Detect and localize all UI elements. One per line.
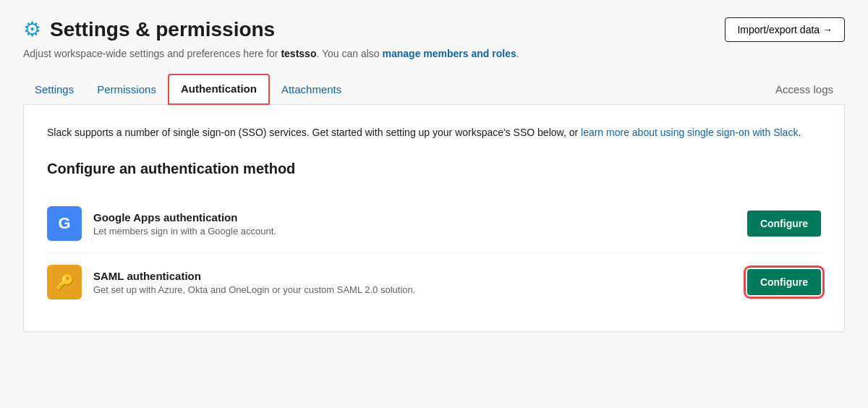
tab-access-logs[interactable]: Access logs	[764, 76, 845, 103]
google-configure-button[interactable]: Configure	[747, 211, 821, 237]
saml-configure-button[interactable]: Configure	[747, 269, 821, 295]
google-icon-label: G	[58, 214, 70, 233]
title-area: ⚙ Settings & permissions	[23, 17, 275, 41]
google-auth-info: Google Apps authentication Let members s…	[93, 211, 736, 237]
google-auth-icon: G	[47, 206, 82, 241]
sso-desc-end: .	[798, 127, 801, 138]
page-title: Settings & permissions	[50, 18, 275, 41]
saml-icon-label: 🔑	[56, 273, 74, 291]
sso-description: Slack supports a number of single sign-o…	[47, 125, 821, 140]
sso-desc-prefix: Slack supports a number of single sign-o…	[47, 127, 581, 138]
saml-auth-name: SAML authentication	[93, 270, 736, 282]
google-auth-desc: Let members sign in with a Google accoun…	[93, 226, 736, 237]
manage-members-link[interactable]: manage members and roles	[383, 48, 516, 59]
tab-attachments[interactable]: Attachments	[270, 76, 353, 103]
header-row: ⚙ Settings & permissions Import/export d…	[23, 17, 845, 42]
saml-auth-desc: Get set up with Azure, Okta and OneLogin…	[93, 284, 736, 295]
tab-authentication[interactable]: Authentication	[168, 74, 270, 105]
tab-settings[interactable]: Settings	[23, 76, 85, 103]
subtitle-end: .	[516, 48, 519, 59]
section-title: Configure an authentication method	[47, 161, 821, 177]
tabs-row: Settings Permissions Authentication Atta…	[23, 74, 845, 105]
sso-learn-more-link[interactable]: learn more about using single sign-on wi…	[581, 127, 798, 138]
saml-auth-method: 🔑 SAML authentication Get set up with Az…	[47, 252, 821, 311]
page-wrapper: ⚙ Settings & permissions Import/export d…	[0, 0, 868, 349]
subtitle-suffix: . You can also	[316, 48, 382, 59]
saml-auth-icon: 🔑	[47, 265, 82, 299]
saml-auth-info: SAML authentication Get set up with Azur…	[93, 270, 736, 295]
gear-icon: ⚙	[23, 17, 41, 41]
google-auth-method: G Google Apps authentication Let members…	[47, 195, 821, 252]
import-export-button[interactable]: Import/export data →	[725, 17, 845, 42]
workspace-name: testsso	[281, 48, 316, 59]
subtitle-prefix: Adjust workspace-wide settings and prefe…	[23, 48, 281, 59]
tab-permissions[interactable]: Permissions	[85, 76, 168, 103]
content-card: Slack supports a number of single sign-o…	[23, 105, 845, 332]
subtitle: Adjust workspace-wide settings and prefe…	[23, 48, 845, 59]
google-auth-name: Google Apps authentication	[93, 211, 736, 224]
